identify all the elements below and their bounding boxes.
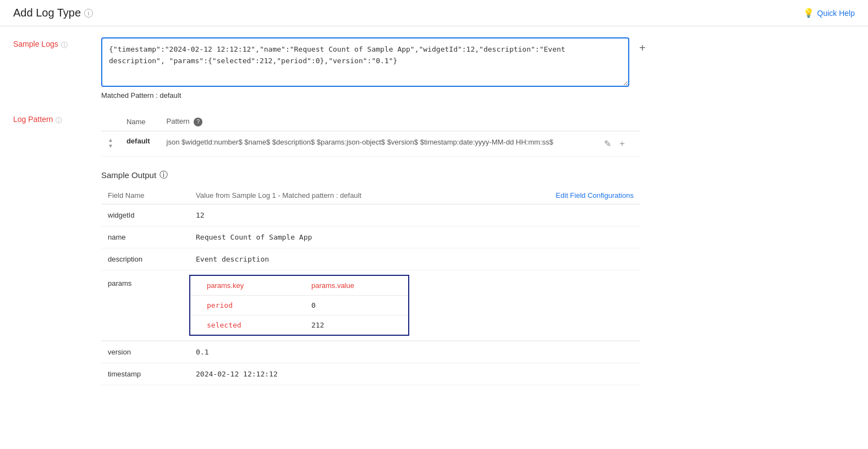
sample-logs-textarea[interactable]: {"timestamp":"2024-02-12 12:12:12","name… [101, 37, 629, 87]
params-field-name: params [101, 270, 189, 341]
table-row: ▲ ▼ default json $widgetId:number$ $name… [101, 131, 640, 156]
log-pattern-content: Name Pattern ? ▲ ▼ [101, 113, 855, 385]
log-pattern-section: Log Pattern ⓘ Name Pattern ? [13, 113, 855, 385]
output-table: Field Name Value from Sample Log 1 - Mat… [101, 187, 640, 385]
pattern-text: json $widgetId:number$ $name$ $descripti… [160, 131, 596, 156]
field-value-description: Event description [189, 248, 488, 270]
params-value-period: 0 [295, 295, 409, 315]
col-pattern-header: Pattern ? [160, 113, 596, 131]
page-title-text: Add Log Type [13, 7, 81, 19]
log-pattern-info-icon[interactable]: ⓘ [56, 116, 62, 125]
field-name-name: name [101, 226, 189, 248]
matched-pattern: Matched Pattern : default [101, 91, 855, 99]
table-row: timestamp 2024-02-12 12:12:12 [101, 363, 640, 385]
quick-help-button[interactable]: 💡 Quick Help [803, 8, 855, 18]
sample-output-header: Sample Output ⓘ [101, 170, 855, 180]
pattern-help-icon[interactable]: ? [194, 118, 202, 126]
add-pattern-button[interactable]: ＋ [617, 137, 628, 151]
sample-logs-label: Sample Logs ⓘ [13, 37, 101, 99]
field-value-version: 0.1 [189, 341, 488, 363]
table-row: name Request Count of Sample App [101, 226, 640, 248]
field-value-timestamp: 2024-02-12 12:12:12 [189, 363, 488, 385]
edit-pattern-button[interactable]: ✎ [603, 137, 612, 150]
sample-output-title: Sample Output [101, 170, 156, 180]
matched-pattern-label: Matched Pattern [101, 91, 153, 99]
sample-logs-content: {"timestamp":"2024-02-12 12:12:12","name… [101, 37, 855, 99]
lightbulb-icon: 💡 [803, 8, 814, 18]
sort-arrows[interactable]: ▲ ▼ [108, 137, 113, 149]
table-row: widgetId 12 [101, 204, 640, 226]
field-value-widgetid: 12 [189, 204, 488, 226]
params-sub-row: selected 212 [190, 315, 409, 335]
quick-help-label: Quick Help [817, 9, 855, 18]
table-row: description Event description [101, 248, 640, 270]
params-inner-table: params.key params.value period [189, 275, 409, 336]
arrow-up-icon[interactable]: ▲ [108, 137, 113, 143]
sample-logs-info-icon[interactable]: ⓘ [61, 41, 68, 50]
sample-logs-section: Sample Logs ⓘ {"timestamp":"2024-02-12 1… [13, 37, 855, 99]
field-name-widgetid: widgetId [101, 204, 189, 226]
add-log-button[interactable]: + [635, 40, 650, 57]
output-col-field: Field Name [101, 187, 189, 204]
edit-field-config-button[interactable]: Edit Field Configurations [556, 191, 634, 199]
sample-logs-row: {"timestamp":"2024-02-12 12:12:12","name… [101, 37, 855, 87]
page-header: Add Log Type i 💡 Quick Help [0, 0, 868, 26]
pattern-name: default [120, 131, 160, 156]
params-row: params params.key params.value [101, 270, 640, 341]
params-value-selected: 212 [295, 315, 409, 335]
params-key-period: period [190, 295, 295, 315]
params-sub-row: period 0 [190, 295, 409, 315]
field-value-name: Request Count of Sample App [189, 226, 488, 248]
params-value-header: params.value [295, 275, 409, 296]
output-col-value: Value from Sample Log 1 - Matched patter… [189, 187, 488, 204]
matched-pattern-value: default [160, 91, 181, 99]
sample-output-section: Sample Output ⓘ Field Name Value from Sa… [101, 170, 855, 385]
title-info-icon[interactable]: i [84, 9, 93, 18]
page-title: Add Log Type i [13, 7, 93, 19]
col-name-header: Name [120, 113, 160, 131]
field-name-timestamp: timestamp [101, 363, 189, 385]
field-name-description: description [101, 248, 189, 270]
sample-output-info-icon[interactable]: ⓘ [160, 170, 168, 180]
field-name-version: version [101, 341, 189, 363]
params-key-header: params.key [190, 275, 295, 296]
log-pattern-table: Name Pattern ? ▲ ▼ [101, 113, 640, 157]
log-pattern-label: Log Pattern ⓘ [13, 113, 101, 385]
table-row: version 0.1 [101, 341, 640, 363]
main-content: Sample Logs ⓘ {"timestamp":"2024-02-12 1… [0, 26, 868, 409]
pattern-actions: ✎ ＋ [603, 137, 634, 151]
params-key-selected: selected [190, 315, 295, 335]
arrow-down-icon[interactable]: ▼ [108, 143, 113, 149]
